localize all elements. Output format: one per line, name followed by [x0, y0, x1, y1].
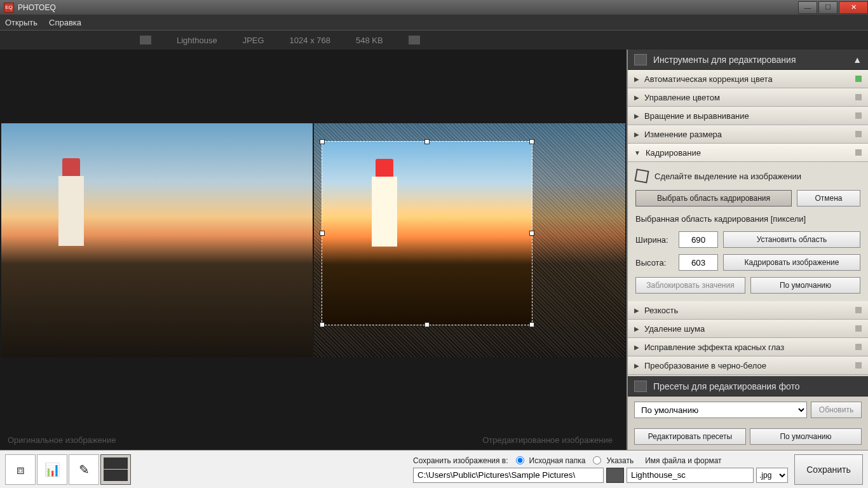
crop-handle[interactable] [529, 139, 534, 144]
acc-redeye[interactable]: ▶Исправление эффекта красных глаз [628, 338, 868, 356]
width-label: Ширина: [635, 235, 674, 245]
acc-rotate[interactable]: ▶Вращение и выравнивание [628, 107, 868, 125]
crop-handle[interactable] [320, 231, 325, 236]
lock-values-button[interactable]: Заблокировать значения [635, 277, 745, 294]
infobar: Lighthouse JPEG 1024 x 768 548 KB [0, 30, 868, 50]
maximize-button[interactable]: ☐ [818, 1, 837, 14]
src-folder-radio[interactable] [516, 456, 524, 464]
status-dot [855, 149, 862, 156]
preset-select[interactable]: По умолчанию [634, 402, 807, 418]
default-preset-button[interactable]: По умолчанию [750, 428, 862, 445]
camera-icon[interactable] [409, 36, 420, 44]
width-input[interactable] [679, 231, 718, 248]
acc-crop[interactable]: ▼Кадрирование [628, 144, 868, 162]
crop-handle[interactable] [424, 139, 430, 144]
tools-panel-header[interactable]: Инструменты для редактирования ▲ [628, 50, 868, 70]
default-crop-button[interactable]: По умолчанию [750, 277, 860, 294]
height-input[interactable] [679, 254, 718, 271]
menubar: Открыть Справка [0, 15, 868, 30]
image-icon [140, 36, 151, 44]
set-area-button[interactable]: Установить область [723, 231, 860, 248]
status-dot [855, 362, 862, 369]
save-button[interactable]: Сохранить [794, 454, 863, 485]
status-dot [855, 307, 862, 313]
ext-select[interactable]: .jpg [756, 468, 788, 483]
collapse-icon: ▲ [853, 55, 862, 65]
height-label: Высота: [635, 258, 674, 268]
filename-input[interactable] [627, 468, 754, 483]
crop-selection[interactable] [322, 141, 532, 325]
presets-panel-header[interactable]: Пресеты для редактирования фото [628, 376, 868, 396]
acc-color-mgmt[interactable]: ▶Управление цветом [628, 88, 868, 107]
info-size: 548 KB [356, 36, 383, 45]
sliders-icon [634, 54, 647, 65]
edited-label: Отредактированное изображение [482, 435, 613, 445]
specify-radio[interactable] [593, 456, 601, 464]
status-dot [855, 344, 862, 350]
crop-image-button[interactable]: Кадрировать изображение [723, 254, 860, 271]
update-preset-button[interactable]: Обновить [811, 402, 862, 418]
crop-icon [634, 168, 649, 183]
crop-hint: Сделайте выделение на изображении [654, 172, 801, 181]
status-dot [855, 325, 862, 332]
name-format-label: Имя файла и формат [645, 456, 721, 465]
crop-handle[interactable] [320, 139, 325, 144]
acc-bw[interactable]: ▶Преобразование в черно-белое [628, 356, 868, 375]
tools-title: Инструменты для редактирования [653, 55, 796, 65]
browse-folder-button[interactable] [606, 468, 624, 483]
menu-help[interactable]: Справка [49, 18, 81, 27]
titlebar: EQ PHOTOEQ — ☐ ✕ [0, 0, 868, 15]
tool-compare[interactable] [100, 454, 131, 485]
acc-resize[interactable]: ▶Изменение размера [628, 125, 868, 144]
close-button[interactable]: ✕ [839, 1, 868, 14]
save-to-label: Сохранить изображения в: [413, 456, 508, 465]
original-image [1, 123, 313, 357]
canvas-area: Оригинальное изображение Отредактированн… [0, 50, 627, 450]
info-name: Lighthouse [177, 36, 217, 45]
path-input[interactable] [413, 468, 604, 483]
tool-histogram[interactable]: 📊 [37, 454, 67, 485]
tool-edit[interactable]: ✎ [69, 454, 99, 485]
edit-presets-button[interactable]: Редактировать пресеты [634, 428, 746, 445]
bottom-bar: ⧈ 📊 ✎ Сохранить изображения в: Исходная … [0, 450, 868, 488]
acc-denoise[interactable]: ▶Удаление шума [628, 320, 868, 338]
window-title: PHOTOEQ [18, 3, 56, 12]
crop-panel: Сделайте выделение на изображении Выбрат… [628, 162, 868, 301]
crop-handle[interactable] [529, 231, 534, 236]
status-dot [855, 94, 862, 100]
sidebar: Инструменты для редактирования ▲ ▶Автома… [627, 50, 868, 450]
cancel-crop-button[interactable]: Отмена [797, 190, 860, 207]
clipboard-icon [634, 381, 647, 392]
select-crop-area-button[interactable]: Выбрать область кадрирования [635, 190, 792, 207]
crop-handle[interactable] [424, 322, 430, 327]
menu-open[interactable]: Открыть [5, 18, 37, 27]
acc-sharpness[interactable]: ▶Резкость [628, 301, 868, 320]
presets-title: Пресеты для редактирования фото [653, 381, 800, 391]
status-dot [855, 76, 862, 82]
minimize-button[interactable]: — [798, 1, 817, 14]
status-dot [855, 112, 862, 119]
selected-area-label: Выбранная область кадрирования [пиксели] [635, 214, 860, 224]
acc-auto-color[interactable]: ▶Автоматическая коррекция цвета [628, 70, 868, 88]
info-dims: 1024 x 768 [290, 36, 330, 45]
original-label: Оригинальное изображение [8, 435, 116, 445]
edited-image[interactable] [314, 123, 625, 357]
crop-handle[interactable] [320, 322, 325, 327]
tool-zoom-crop[interactable]: ⧈ [5, 454, 36, 485]
crop-handle[interactable] [529, 322, 534, 327]
app-logo-icon: EQ [4, 3, 14, 13]
info-format: JPEG [243, 36, 264, 45]
status-dot [855, 131, 862, 137]
